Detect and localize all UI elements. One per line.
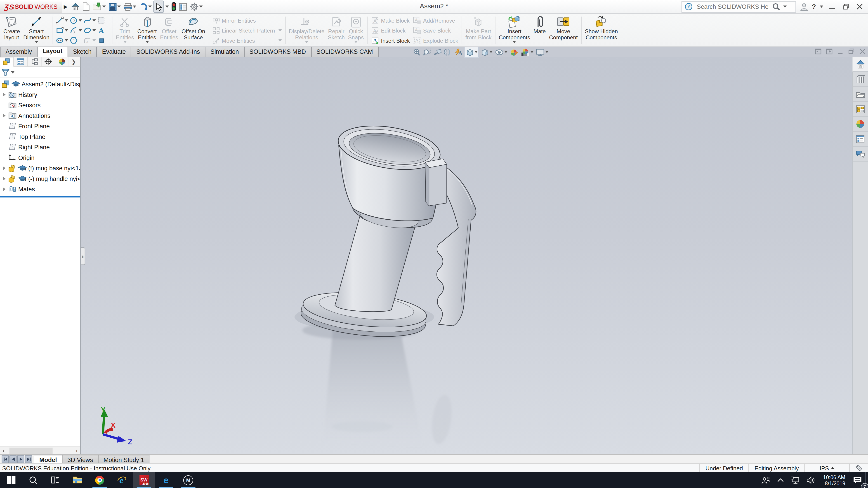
expand-icon[interactable] (3, 93, 5, 96)
restore-button[interactable] (841, 2, 851, 11)
open-document-button[interactable] (91, 1, 107, 12)
network-button[interactable] (787, 472, 803, 488)
solidworks-taskbar-button[interactable]: SW2018 (133, 472, 155, 488)
home-button[interactable] (70, 1, 81, 12)
units-selector[interactable]: IPS (804, 464, 849, 472)
view-settings-button[interactable] (535, 47, 549, 57)
tree-item-sensors[interactable]: Sensors (0, 100, 80, 110)
volume-button[interactable] (803, 472, 819, 488)
hide-show-items-button[interactable] (494, 47, 508, 57)
zoom-fit-button[interactable] (412, 47, 421, 57)
new-document-button[interactable] (81, 1, 91, 12)
taskbar-search-button[interactable] (22, 472, 44, 488)
circle-tool[interactable] (69, 15, 83, 26)
display-manager-tab[interactable] (55, 57, 69, 66)
panel-horizontal-scrollbar[interactable]: ‹ › (0, 446, 80, 455)
scrollbar-thumb[interactable] (9, 448, 53, 454)
task-pane-home-button[interactable] (852, 57, 868, 72)
offset-on-surface-button[interactable]: Offset OnSurface (180, 14, 207, 46)
show-hidden-components-button[interactable]: Show HiddenComponents (583, 14, 619, 46)
rebuild-button[interactable] (170, 1, 177, 12)
panel-splitter-grip[interactable]: ▮ (81, 248, 86, 265)
polygon-tool[interactable] (69, 35, 83, 45)
tab-assembly[interactable]: Assembly (0, 46, 37, 57)
tree-filter[interactable] (0, 67, 80, 78)
spline-tool[interactable] (83, 15, 96, 26)
tree-item-root[interactable]: Assem2 (Default<Displa (0, 78, 80, 89)
apply-scene-dropdown-icon[interactable] (530, 51, 534, 53)
doc-minimize-icon[interactable] (837, 48, 844, 55)
help-menu[interactable]: ? (812, 3, 816, 10)
file-explorer-button[interactable] (66, 472, 89, 488)
expand-icon[interactable] (3, 177, 5, 180)
tree-item-annotations[interactable]: A Annotations (0, 110, 80, 121)
tab-solidworks-mbd[interactable]: SOLIDWORKS MBD (244, 46, 311, 57)
forum-button[interactable] (852, 147, 868, 162)
file-explorer-pane-button[interactable] (852, 87, 868, 102)
file-properties-button[interactable] (178, 1, 188, 12)
search-icon[interactable] (772, 3, 780, 10)
slot-tool[interactable] (55, 35, 69, 45)
last-tab-icon[interactable] (25, 455, 32, 463)
section-view-button[interactable] (443, 47, 453, 57)
rectangle-tool[interactable] (55, 26, 69, 35)
convert-entities-button[interactable]: ConvertEntities (135, 14, 158, 46)
search-input[interactable] (696, 3, 769, 10)
insert-components-dropdown-icon[interactable] (513, 41, 516, 43)
rectangle-dropdown-icon[interactable] (65, 29, 68, 32)
undo-dropdown-icon[interactable] (148, 5, 152, 8)
text-tool[interactable]: A (96, 26, 110, 35)
tab-simulation[interactable]: Simulation (205, 46, 244, 57)
arc-dropdown-icon[interactable] (79, 29, 82, 32)
next-tab-icon[interactable] (17, 455, 24, 463)
tab-3d-views[interactable]: 3D Views (62, 455, 98, 464)
undo-button[interactable] (138, 1, 153, 12)
tab-sketch[interactable]: Sketch (67, 46, 97, 57)
save-button[interactable] (107, 1, 122, 12)
search-box[interactable]: ? (681, 1, 796, 12)
property-manager-tab[interactable] (14, 57, 28, 66)
search-dropdown-icon[interactable] (783, 5, 786, 8)
sketch-fillet-tool[interactable]: x (83, 35, 96, 45)
close-button[interactable] (855, 2, 865, 11)
slot-dropdown-icon[interactable] (65, 39, 68, 41)
create-layout-button[interactable]: Createlayout (2, 14, 22, 46)
chrome-button[interactable] (89, 472, 111, 488)
user-account-icon[interactable] (800, 2, 808, 11)
tree-item-mug-handle[interactable]: (-) mug handle nyi<1> (0, 173, 80, 184)
point-tool[interactable] (96, 35, 110, 45)
edge-button[interactable]: e (155, 472, 177, 488)
view-settings-dropdown-icon[interactable] (545, 51, 549, 53)
taskbar-clock[interactable]: 10:06 AM 8/1/2019 (819, 474, 850, 486)
tree-rollback-bar[interactable] (0, 196, 80, 197)
tree-item-right-plane[interactable]: Right Plane (0, 142, 80, 152)
move-component-button[interactable]: MoveComponent (548, 14, 579, 46)
print-dropdown-icon[interactable] (133, 5, 136, 8)
configuration-manager-tab[interactable] (28, 57, 41, 66)
ellipse-dropdown-icon[interactable] (93, 29, 96, 32)
spline-dropdown-icon[interactable] (93, 20, 96, 22)
design-library-button[interactable] (852, 72, 868, 87)
people-button[interactable] (758, 472, 774, 488)
arc-tool[interactable] (69, 26, 83, 35)
prev-tab-icon[interactable] (9, 455, 17, 463)
panel-expand-icon[interactable]: ❯ (69, 57, 78, 66)
dock-left-icon[interactable] (815, 48, 822, 55)
internet-explorer-button[interactable]: e (111, 472, 133, 488)
dock-right-icon[interactable] (826, 48, 833, 55)
tray-expand-button[interactable] (774, 472, 787, 488)
graphics-area[interactable]: Y Z X (81, 57, 852, 455)
view-orientation-dropdown-icon[interactable] (474, 51, 478, 53)
display-style-dropdown-icon[interactable] (489, 51, 493, 53)
apply-scene-button[interactable] (520, 47, 534, 57)
tab-model[interactable]: Model (34, 455, 62, 464)
smart-dimension-dropdown-icon[interactable] (35, 41, 38, 43)
options-button[interactable] (189, 1, 204, 12)
tab-solidworks-cam[interactable]: SOLIDWORKS CAM (311, 46, 378, 57)
first-tab-icon[interactable] (2, 455, 9, 463)
insert-components-button[interactable]: InsertComponents (497, 14, 532, 46)
mate-button[interactable]: Mate (532, 14, 548, 46)
appearances-button[interactable] (852, 117, 868, 132)
options-dropdown-icon[interactable] (199, 5, 203, 8)
dimxpert-manager-tab[interactable] (41, 57, 55, 66)
